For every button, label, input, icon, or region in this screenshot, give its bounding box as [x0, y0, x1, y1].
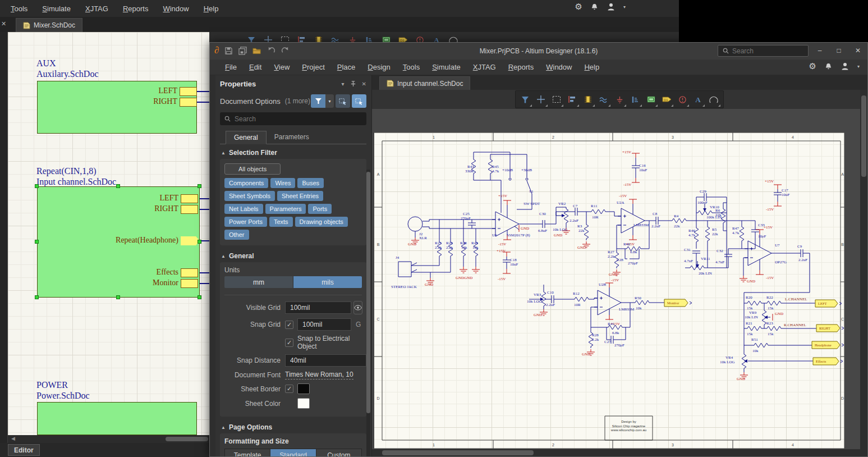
redo-icon[interactable]	[281, 47, 290, 54]
selection-handle[interactable]	[35, 184, 39, 188]
filter-button-power-ports[interactable]: Power Ports	[224, 217, 267, 227]
bell-icon[interactable]	[824, 62, 833, 71]
editor-button[interactable]: Editor	[8, 444, 40, 456]
tab-parameters[interactable]: Parameters	[267, 131, 317, 144]
user-dropdown-icon[interactable]: ▾	[623, 4, 626, 10]
selection-handle[interactable]	[116, 295, 120, 299]
sheet-color-swatch[interactable]	[297, 398, 310, 409]
sheet-entry-left[interactable]	[180, 87, 197, 96]
scrollbar-thumb[interactable]	[861, 95, 866, 177]
menu-item-file[interactable]: File	[219, 63, 243, 71]
bg-horizontal-scrollbar[interactable]: ◀	[8, 435, 209, 443]
menu-item-view[interactable]: View	[268, 63, 296, 71]
sheet-entry-effects[interactable]	[181, 268, 198, 277]
snap-grid-checkbox[interactable]: ✓	[285, 321, 293, 329]
place-text-icon[interactable]: A	[429, 32, 444, 42]
pin-icon[interactable]	[350, 81, 356, 87]
filter-button-other[interactable]: Other	[224, 230, 249, 240]
selection-handle[interactable]	[198, 184, 201, 188]
menu-item-xjtag[interactable]: XJTAG	[467, 63, 502, 71]
bg-menu-item-help[interactable]: Help	[196, 4, 226, 13]
filter-split-button[interactable]: ▾	[311, 94, 334, 108]
place-part-icon[interactable]	[311, 32, 326, 42]
global-search-box[interactable]	[718, 45, 809, 57]
bg-menu-item-simulate[interactable]: Simulate	[35, 4, 78, 13]
filter-button-sheet-symbols[interactable]: Sheet Symbols	[224, 191, 275, 201]
scrollbar-thumb[interactable]	[366, 172, 370, 413]
tab-mixer-schdoc[interactable]: Mixer.SchDoc	[16, 18, 82, 32]
menu-item-help[interactable]: Help	[578, 63, 605, 71]
selection-handle[interactable]	[35, 295, 39, 299]
place-sheet-symbol-icon[interactable]	[379, 32, 393, 42]
gear-icon[interactable]: ⚙	[575, 2, 582, 12]
place-no-erc-icon[interactable]	[412, 32, 427, 42]
align-tool-icon[interactable]	[295, 32, 309, 42]
tab-general[interactable]: General	[226, 131, 267, 144]
place-arc-icon[interactable]	[446, 32, 461, 42]
minimize-button[interactable]: –	[810, 43, 829, 58]
scrollbar-thumb[interactable]	[382, 450, 534, 455]
place-no-erc-icon[interactable]	[675, 92, 690, 107]
save-icon[interactable]	[224, 47, 233, 55]
bg-schematic-canvas[interactable]: AUXAuxilary.SchDoc LEFT RIGHT Repeat(CIN…	[8, 32, 209, 435]
place-bus-entry-icon[interactable]	[362, 32, 376, 42]
bell-icon[interactable]	[590, 3, 599, 11]
place-power-port-icon[interactable]	[345, 32, 360, 42]
place-port-icon[interactable]: D1	[659, 92, 674, 107]
select-touching-button[interactable]	[352, 94, 366, 108]
save-all-icon[interactable]	[238, 47, 247, 55]
select-area-icon[interactable]	[278, 32, 292, 42]
menu-item-edit[interactable]: Edit	[243, 63, 268, 71]
filter-button-drawing-objects[interactable]: Drawing objects	[295, 217, 348, 227]
scroll-left-icon[interactable]: ◀	[11, 436, 15, 441]
collapse-icon[interactable]: ▲	[221, 425, 226, 430]
place-wire-icon[interactable]	[328, 32, 343, 42]
collapse-icon[interactable]: ▲	[221, 150, 226, 156]
close-button[interactable]: ✕	[848, 43, 867, 58]
filter-button-texts[interactable]: Texts	[269, 217, 293, 227]
visible-grid-toggle-button[interactable]	[353, 301, 362, 314]
sheet-symbol-power[interactable]	[37, 402, 197, 435]
place-power-port-icon[interactable]	[612, 92, 627, 107]
bg-menu-item-tools[interactable]: Tools	[3, 4, 35, 13]
filter-dropdown-icon[interactable]: ▾	[325, 94, 334, 108]
visible-grid-input[interactable]	[285, 301, 351, 314]
bg-menu-item-reports[interactable]: Reports	[116, 4, 156, 13]
panel-close-icon[interactable]: ✕	[362, 81, 366, 87]
sheet-border-checkbox[interactable]: ✓	[285, 385, 293, 393]
panel-search-input[interactable]	[235, 115, 347, 123]
filter-button-parameters[interactable]: Parameters	[265, 204, 306, 214]
units-mils-button[interactable]: mils	[293, 276, 362, 288]
snap-electrical-checkbox[interactable]: ✓	[285, 339, 293, 347]
tab-input-channel-schdoc[interactable]: Input channel.SchDoc	[379, 76, 470, 90]
mode-standard-button[interactable]: Standard	[270, 449, 316, 456]
sheet-entry-left[interactable]	[181, 194, 198, 203]
filter-tool-icon[interactable]	[518, 92, 532, 107]
menu-item-tools[interactable]: Tools	[397, 63, 426, 71]
place-part-icon[interactable]	[581, 92, 595, 107]
filter-button-components[interactable]: Components	[224, 178, 268, 188]
units-mm-button[interactable]: mm	[224, 276, 293, 288]
menu-item-place[interactable]: Place	[331, 63, 362, 71]
filter-button-buses[interactable]: Buses	[297, 178, 324, 188]
snap-grid-input[interactable]	[297, 318, 351, 331]
selection-handle[interactable]	[198, 240, 201, 244]
filter-button-sheet-entries[interactable]: Sheet Entries	[277, 191, 323, 201]
collapse-icon[interactable]: ▲	[221, 254, 226, 259]
menu-item-reports[interactable]: Reports	[502, 63, 540, 71]
sheet-entry-right[interactable]	[180, 98, 197, 107]
place-wire-icon[interactable]	[596, 92, 611, 107]
filter-button-ports[interactable]: Ports	[308, 204, 332, 214]
schematic-sheet[interactable]: 11223344AABBCCDD Design bySilicon Chip m…	[374, 132, 844, 449]
place-port-icon[interactable]: D1	[396, 32, 410, 42]
filter-button-net-labels[interactable]: Net Labels	[224, 204, 263, 214]
filter-tool-icon[interactable]	[244, 32, 259, 42]
bg-menu-item-xjtag[interactable]: XJTAG	[78, 4, 116, 13]
panel-close-icon[interactable]: ✕	[1, 20, 6, 28]
selection-handle[interactable]	[35, 240, 39, 244]
menu-item-window[interactable]: Window	[540, 63, 578, 71]
search-input[interactable]	[732, 47, 794, 55]
select-overlapping-button[interactable]	[336, 94, 350, 108]
open-folder-icon[interactable]	[252, 47, 261, 55]
selection-handle[interactable]	[198, 295, 201, 299]
